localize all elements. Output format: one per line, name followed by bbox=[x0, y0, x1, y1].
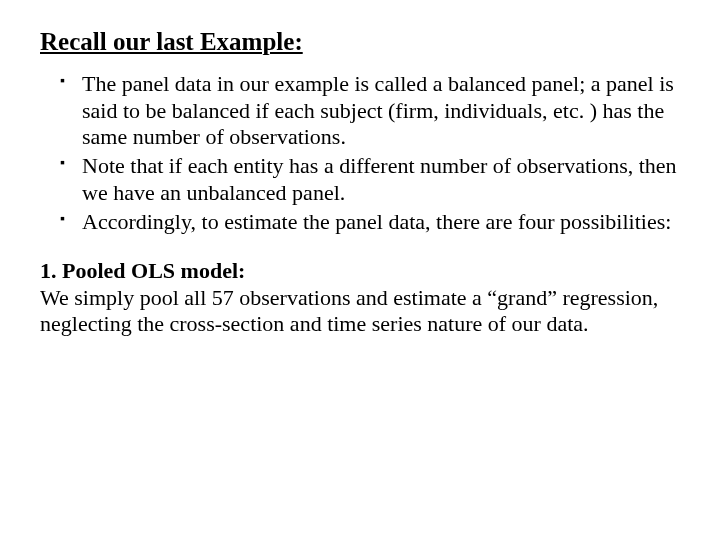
slide: Recall our last Example: The panel data … bbox=[0, 0, 720, 540]
bullet-list: The panel data in our example is called … bbox=[40, 71, 680, 236]
list-item: Note that if each entity has a different… bbox=[60, 153, 680, 207]
section-title: 1. Pooled OLS model: bbox=[40, 258, 680, 285]
list-item: Accordingly, to estimate the panel data,… bbox=[60, 209, 680, 236]
list-item: The panel data in our example is called … bbox=[60, 71, 680, 151]
slide-heading: Recall our last Example: bbox=[40, 28, 680, 57]
section-body: We simply pool all 57 observations and e… bbox=[40, 285, 680, 339]
